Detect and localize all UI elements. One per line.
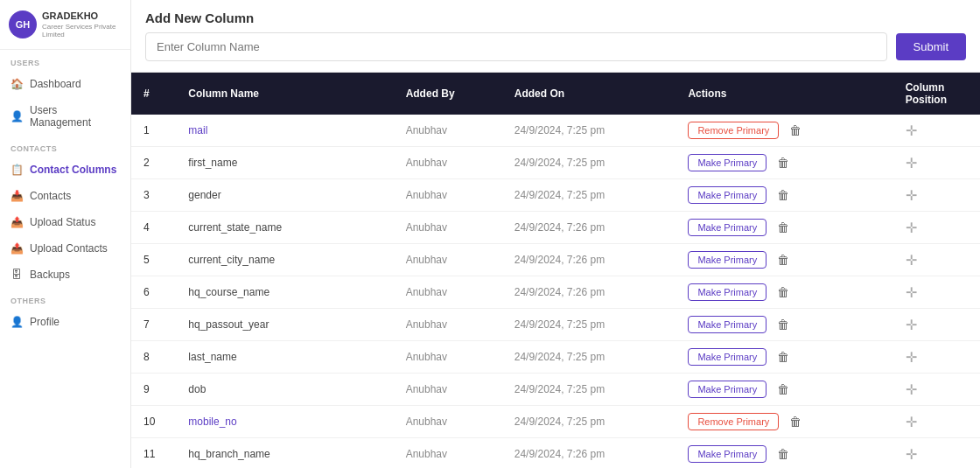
cell-position: ✛ <box>893 438 980 469</box>
sidebar-section-users: USERS <box>0 50 130 71</box>
remove-primary-button[interactable]: Remove Primary <box>688 122 779 139</box>
sidebar-item-users-management[interactable]: 👤 Users Management <box>0 97 130 136</box>
cell-name: first_name <box>176 147 393 179</box>
table-container: # Column Name Added By Added On Actions … <box>131 73 980 468</box>
logo-text-container: GRADEKHO Career Services Private Limited <box>42 10 122 38</box>
cell-added-on: 24/9/2024, 7:25 pm <box>502 147 676 179</box>
sidebar-label-dashboard: Dashboard <box>30 78 81 90</box>
cell-position: ✛ <box>893 179 980 212</box>
delete-row-button[interactable]: 🗑 <box>777 253 789 267</box>
delete-row-button[interactable]: 🗑 <box>777 220 789 234</box>
columns-table: # Column Name Added By Added On Actions … <box>131 73 980 468</box>
cell-name: hq_branch_name <box>176 438 393 469</box>
delete-row-button[interactable]: 🗑 <box>777 447 789 461</box>
cell-actions: Make Primary 🗑 <box>676 438 892 469</box>
drag-handle-icon[interactable]: ✛ <box>906 415 917 430</box>
user-icon: 👤 <box>10 110 23 122</box>
delete-row-button[interactable]: 🗑 <box>789 415 802 429</box>
cell-position: ✛ <box>893 147 980 179</box>
sidebar-label-contacts: Contacts <box>30 190 71 202</box>
cell-num: 10 <box>131 406 176 438</box>
table-row: 6 hq_course_name Anubhav 24/9/2024, 7:26… <box>131 276 980 309</box>
cell-added-on: 24/9/2024, 7:26 pm <box>502 438 676 469</box>
sidebar-item-backups[interactable]: 🗄 Backups <box>0 262 130 288</box>
upload-status-icon: 📤 <box>10 216 23 228</box>
delete-row-button[interactable]: 🗑 <box>777 188 789 202</box>
home-icon: 🏠 <box>10 78 23 90</box>
sidebar-item-dashboard[interactable]: 🏠 Dashboard <box>0 71 130 97</box>
delete-row-button[interactable]: 🗑 <box>777 318 789 332</box>
cell-actions: Make Primary 🗑 <box>676 179 892 212</box>
drag-handle-icon[interactable]: ✛ <box>906 382 917 397</box>
drag-handle-icon[interactable]: ✛ <box>906 253 917 268</box>
cell-actions: Make Primary 🗑 <box>676 244 892 276</box>
cell-name: hq_course_name <box>176 276 393 309</box>
cell-position: ✛ <box>893 276 980 309</box>
cell-actions: Remove Primary 🗑 <box>676 115 892 147</box>
delete-row-button[interactable]: 🗑 <box>789 123 802 137</box>
cell-num: 6 <box>131 276 176 309</box>
make-primary-button[interactable]: Make Primary <box>688 154 766 171</box>
cell-name: dob <box>176 374 393 406</box>
cell-added-on: 24/9/2024, 7:26 pm <box>502 244 676 276</box>
sidebar-label-profile: Profile <box>30 316 60 328</box>
add-column-form: Add New Column Submit <box>145 10 966 61</box>
cell-num: 7 <box>131 309 176 341</box>
cell-added-by: Anubhav <box>394 374 502 406</box>
make-primary-button[interactable]: Make Primary <box>688 186 766 204</box>
submit-button[interactable]: Submit <box>896 33 966 60</box>
drag-handle-icon[interactable]: ✛ <box>906 123 917 138</box>
cell-added-by: Anubhav <box>394 309 502 341</box>
cell-name: mobile_no <box>176 406 393 438</box>
sidebar-item-upload-contacts[interactable]: 📤 Upload Contacts <box>0 235 130 262</box>
col-header-added-by: Added By <box>394 73 502 115</box>
col-header-actions: Actions <box>676 73 892 115</box>
drag-handle-icon[interactable]: ✛ <box>906 285 917 300</box>
cell-added-by: Anubhav <box>394 438 502 469</box>
make-primary-button[interactable]: Make Primary <box>688 283 766 301</box>
table-row: 2 first_name Anubhav 24/9/2024, 7:25 pm … <box>131 147 980 179</box>
cell-num: 9 <box>131 374 176 406</box>
drag-handle-icon[interactable]: ✛ <box>906 318 917 332</box>
table-row: 11 hq_branch_name Anubhav 24/9/2024, 7:2… <box>131 438 980 469</box>
drag-handle-icon[interactable]: ✛ <box>906 156 917 171</box>
make-primary-button[interactable]: Make Primary <box>688 445 766 463</box>
cell-name: hq_passout_year <box>176 309 393 341</box>
cell-num: 5 <box>131 244 176 276</box>
drag-handle-icon[interactable]: ✛ <box>906 188 917 203</box>
sidebar-item-upload-status[interactable]: 📤 Upload Status <box>0 209 130 235</box>
delete-row-button[interactable]: 🗑 <box>777 350 789 364</box>
delete-row-button[interactable]: 🗑 <box>777 382 789 396</box>
make-primary-button[interactable]: Make Primary <box>688 348 766 366</box>
logo-name: GRADEKHO <box>42 10 122 22</box>
column-name-input[interactable] <box>145 32 887 61</box>
cell-position: ✛ <box>893 212 980 244</box>
make-primary-button[interactable]: Make Primary <box>688 316 766 333</box>
drag-handle-icon[interactable]: ✛ <box>906 447 917 462</box>
sidebar-item-contact-columns[interactable]: 📋 Contact Columns <box>0 157 130 183</box>
cell-name: last_name <box>176 341 393 374</box>
cell-added-by: Anubhav <box>394 244 502 276</box>
col-header-added-on: Added On <box>502 73 676 115</box>
cell-position: ✛ <box>893 309 980 341</box>
cell-actions: Make Primary 🗑 <box>676 341 892 374</box>
drag-handle-icon[interactable]: ✛ <box>906 350 917 365</box>
drag-handle-icon[interactable]: ✛ <box>906 220 917 235</box>
make-primary-button[interactable]: Make Primary <box>688 251 766 269</box>
sidebar-item-contacts[interactable]: 📥 Contacts <box>0 183 130 209</box>
sidebar-label-users-management: Users Management <box>30 104 120 129</box>
add-column-row: Submit <box>145 32 966 61</box>
make-primary-button[interactable]: Make Primary <box>688 219 766 236</box>
cell-num: 11 <box>131 438 176 469</box>
delete-row-button[interactable]: 🗑 <box>777 156 789 170</box>
make-primary-button[interactable]: Make Primary <box>688 381 766 398</box>
add-column-title: Add New Column <box>145 10 966 25</box>
cell-added-on: 24/9/2024, 7:25 pm <box>502 374 676 406</box>
cell-actions: Make Primary 🗑 <box>676 212 892 244</box>
cell-added-on: 24/9/2024, 7:25 pm <box>502 115 676 147</box>
remove-primary-button[interactable]: Remove Primary <box>688 413 779 430</box>
delete-row-button[interactable]: 🗑 <box>777 285 789 299</box>
sidebar-item-profile[interactable]: 👤 Profile <box>0 309 130 335</box>
cell-name: current_state_name <box>176 212 393 244</box>
sidebar-label-upload-contacts: Upload Contacts <box>30 242 108 255</box>
